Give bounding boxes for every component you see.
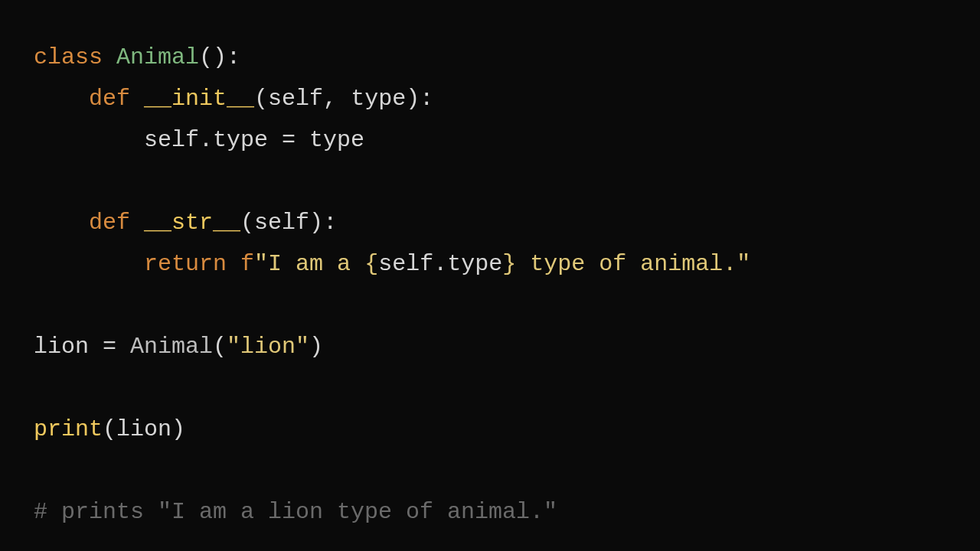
space: [130, 210, 144, 236]
quote: ": [254, 251, 268, 277]
code-block: class Animal(): def __init__(self, type)…: [34, 37, 946, 533]
comma: ,: [323, 86, 351, 112]
identifier-self: self: [378, 251, 433, 277]
brace-open: {: [364, 251, 378, 277]
equals: =: [89, 334, 130, 360]
keyword-def: def: [89, 210, 130, 236]
colon: :: [227, 44, 240, 70]
string-part: I am a: [268, 251, 364, 277]
paren-close: ): [406, 86, 420, 112]
keyword-class: class: [34, 44, 103, 70]
builtin-print: print: [34, 416, 103, 442]
indent: [34, 86, 89, 112]
equals: =: [268, 127, 309, 153]
class-call: Animal: [130, 334, 213, 360]
method-init: __init__: [144, 86, 254, 112]
paren-open: (: [240, 210, 254, 236]
string-part: type of animal.: [516, 251, 737, 277]
parentheses: (): [199, 44, 227, 70]
paren-close: ): [172, 416, 185, 442]
class-name: Animal: [116, 44, 199, 70]
paren-close: ): [309, 334, 323, 360]
indent: [34, 210, 89, 236]
indent: [34, 251, 144, 277]
dot: .: [199, 127, 213, 153]
attr-type: type: [447, 251, 502, 277]
indent: [34, 127, 144, 153]
space: [103, 44, 116, 70]
colon: :: [323, 210, 337, 236]
param-type: type: [351, 86, 406, 112]
quote: ": [737, 251, 750, 277]
space: [130, 86, 144, 112]
attr-type: type: [213, 127, 268, 153]
fstring-prefix: f: [240, 251, 254, 277]
method-str: __str__: [144, 210, 240, 236]
brace-close: }: [502, 251, 516, 277]
string-lion: "lion": [227, 334, 309, 360]
dot: .: [433, 251, 447, 277]
comment-output: # prints "I am a lion type of animal.": [34, 499, 557, 525]
paren-close: ): [309, 210, 323, 236]
space: [227, 251, 240, 277]
paren-open: (: [213, 334, 227, 360]
identifier-self: self: [144, 127, 199, 153]
identifier-lion: lion: [34, 334, 89, 360]
keyword-def: def: [89, 86, 130, 112]
param-self: self: [268, 86, 323, 112]
keyword-return: return: [144, 251, 227, 277]
param-self: self: [254, 210, 309, 236]
paren-open: (: [254, 86, 268, 112]
arg-lion: lion: [116, 416, 172, 442]
colon: :: [420, 86, 433, 112]
paren-open: (: [103, 416, 116, 442]
rhs-type: type: [309, 127, 364, 153]
